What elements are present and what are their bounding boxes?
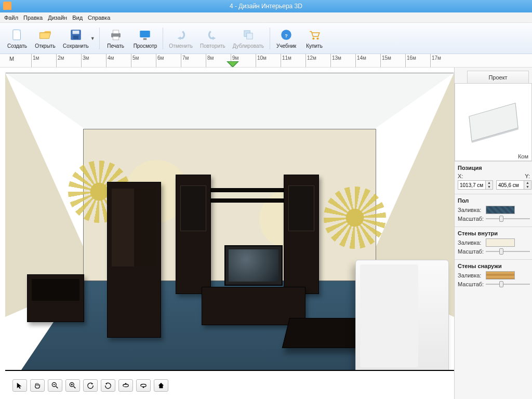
new-file-icon	[10, 28, 24, 42]
zoom-in-tool[interactable]	[65, 379, 80, 392]
label-fill: Заливка:	[458, 240, 485, 246]
menu-design[interactable]: Дизайн	[48, 15, 67, 21]
home-view-tool[interactable]	[154, 379, 168, 392]
group-title: Пол	[458, 197, 530, 204]
svg-rect-6	[113, 30, 118, 34]
save-dropdown-icon[interactable]: ▼	[90, 36, 95, 41]
spinner-icon[interactable]: ▲▼	[485, 181, 493, 189]
svg-rect-4	[73, 36, 78, 39]
ruler-tick: 3м	[81, 54, 89, 67]
ruler-tick: 11м	[281, 54, 291, 67]
ruler-tick: 16м	[405, 54, 416, 67]
label-fill: Заливка:	[458, 207, 485, 213]
ruler-tick: 1м	[31, 54, 39, 67]
ruler-tick: 6м	[156, 54, 164, 67]
menu-view[interactable]: Вид	[72, 15, 83, 21]
create-button[interactable]: Создать	[3, 24, 31, 52]
ruler-unit: М	[9, 56, 14, 62]
ruler-tick: 7м	[181, 54, 189, 67]
save-icon	[69, 28, 83, 42]
furniture-sofa[interactable]	[355, 260, 449, 374]
svg-rect-7	[113, 36, 118, 40]
cart-icon	[307, 28, 322, 42]
input-x[interactable]: ▲▼	[458, 180, 493, 190]
ruler-marker-icon[interactable]	[227, 61, 239, 68]
tutorial-button[interactable]: ? Учебник	[272, 24, 300, 52]
furniture-wardrobe[interactable]	[107, 182, 161, 338]
duplicate-icon	[241, 28, 256, 42]
selection-preview: Ком	[455, 83, 532, 161]
scale-slider[interactable]	[486, 281, 530, 288]
menubar: Файл Правка Дизайн Вид Справка	[0, 12, 532, 23]
input-y[interactable]: ▲▼	[496, 180, 531, 190]
ruler-tick: 15м	[380, 54, 391, 67]
tab-project[interactable]: Проект	[467, 71, 529, 83]
buy-button[interactable]: Купить	[300, 24, 328, 52]
svg-marker-11	[212, 36, 216, 40]
group-title: Стены снаружи	[458, 263, 530, 269]
fill-swatch[interactable]	[486, 238, 515, 247]
ruler[interactable]: М 1м 2м 3м 4м 5м 6м 7м 8м 9м 10м 11м 12м…	[0, 54, 532, 68]
label-fill: Заливка:	[458, 272, 485, 278]
fill-swatch[interactable]	[486, 206, 515, 214]
help-icon: ?	[279, 28, 294, 42]
open-button[interactable]: Открыть	[31, 24, 59, 52]
toolbar: Создать Открыть Сохранить ▼ Печать Просм…	[0, 23, 532, 54]
group-floor: Пол Заливка: Масштаб:	[455, 194, 532, 227]
folder-open-icon	[38, 28, 52, 42]
orbit-down-tool[interactable]	[136, 379, 151, 392]
ruler-tick: 14м	[355, 54, 366, 67]
label-y: Y:	[525, 173, 530, 179]
ruler-tick: 10м	[256, 54, 267, 67]
group-position: Позиция X: Y: ▲▼ ▲▼	[455, 161, 532, 194]
redo-button[interactable]: Повторить	[196, 24, 229, 52]
ruler-tick: 5м	[131, 54, 139, 67]
duplicate-button[interactable]: Дублировать	[229, 24, 268, 52]
furniture-tv[interactable]	[224, 245, 283, 286]
undo-icon	[174, 28, 188, 42]
menu-help[interactable]: Справка	[88, 15, 110, 21]
furniture-wallunit-left[interactable]	[176, 175, 211, 294]
furniture-shelf[interactable]	[211, 198, 284, 203]
label-x: X:	[458, 173, 485, 179]
svg-marker-10	[178, 36, 181, 40]
print-button[interactable]: Печать	[102, 24, 130, 52]
svg-rect-3	[72, 31, 79, 34]
spinner-icon[interactable]: ▲▼	[524, 181, 531, 189]
ruler-tick: 4м	[106, 54, 114, 67]
input-y-field[interactable]	[497, 182, 524, 188]
printer-icon	[109, 28, 123, 42]
window-title: 4 - Дизайн Интерьера 3D	[230, 3, 302, 10]
preview-label: Ком	[518, 153, 528, 159]
orbit-up-tool[interactable]	[118, 379, 133, 392]
scale-slider[interactable]	[486, 215, 530, 222]
app-icon	[3, 2, 11, 10]
menu-file[interactable]: Файл	[4, 15, 18, 21]
pan-tool[interactable]	[30, 379, 45, 392]
group-title: Позиция	[458, 165, 530, 171]
furniture-wallunit-right[interactable]	[284, 175, 319, 294]
save-button[interactable]: Сохранить	[59, 24, 92, 52]
furniture-shelf[interactable]	[211, 188, 284, 192]
select-tool[interactable]	[12, 379, 27, 392]
separator	[270, 28, 270, 49]
fill-swatch[interactable]	[486, 271, 515, 280]
menu-edit[interactable]: Правка	[23, 15, 43, 21]
group-walls-outside: Стены снаружи Заливка: Масштаб:	[455, 259, 532, 292]
preview-button[interactable]: Просмотр	[130, 24, 161, 52]
zoom-out-tool[interactable]	[48, 379, 62, 392]
label-scale: Масштаб:	[458, 248, 485, 255]
side-panel: Проект Ком Позиция X: Y: ▲▼ ▲▼ Пол Залив…	[454, 68, 532, 399]
furniture-cabinet-left[interactable]	[27, 274, 84, 322]
svg-rect-0	[13, 30, 21, 40]
scale-slider[interactable]	[486, 248, 530, 255]
undo-button[interactable]: Отменить	[165, 24, 196, 52]
ruler-tick: 8м	[206, 54, 214, 67]
viewport-3d[interactable]	[0, 68, 454, 399]
group-title: Стены внутри	[458, 230, 530, 236]
rotate-left-tool[interactable]	[83, 379, 98, 392]
ruler-tick: 12м	[305, 54, 316, 67]
ruler-tick: 13м	[330, 54, 341, 67]
rotate-right-tool[interactable]	[101, 379, 115, 392]
input-x-field[interactable]	[458, 182, 485, 188]
